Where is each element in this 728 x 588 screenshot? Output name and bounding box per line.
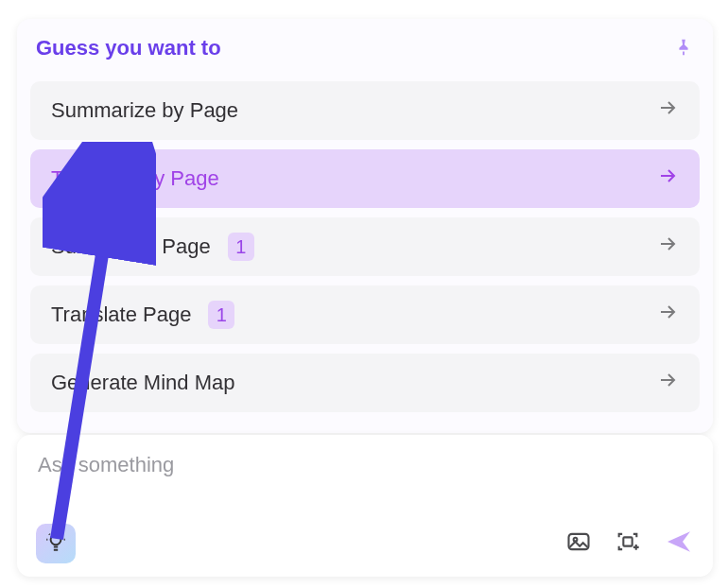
lightbulb-icon [43, 529, 68, 558]
arrow-right-icon [656, 233, 679, 261]
arrow-right-icon [656, 301, 679, 329]
svg-rect-1 [569, 534, 589, 549]
screenshot-icon[interactable] [615, 528, 641, 559]
page-badge: 1 [228, 233, 254, 261]
suggestion-panel: Guess you want to Summarize by Page Tran… [17, 19, 713, 433]
suggestion-translate-page[interactable]: Translate Page 1 [30, 285, 700, 344]
pin-icon[interactable] [673, 36, 694, 61]
suggestion-label: Translate Page [51, 303, 191, 327]
ask-input[interactable] [36, 452, 694, 478]
arrow-right-icon [656, 369, 679, 397]
suggestion-generate-mind-map[interactable]: Generate Mind Map [30, 354, 700, 412]
image-icon[interactable] [565, 528, 592, 559]
arrow-right-icon [656, 164, 679, 193]
panel-header: Guess you want to [30, 32, 700, 72]
suggestion-summarize-page[interactable]: Summarize Page 1 [30, 217, 700, 276]
suggestion-label: Generate Mind Map [51, 371, 234, 395]
suggestion-label: Summarize Page [51, 234, 211, 259]
panel-title: Guess you want to [36, 36, 221, 61]
suggestion-label: Summarize by Page [51, 98, 238, 123]
arrow-right-icon [656, 96, 679, 125]
input-toolbar [36, 524, 694, 563]
ideas-button[interactable] [36, 524, 76, 563]
svg-rect-3 [623, 537, 632, 545]
page-badge: 1 [208, 301, 234, 329]
svg-point-0 [51, 534, 61, 545]
send-button[interactable] [664, 527, 694, 561]
chat-input-panel [17, 435, 713, 577]
suggestion-label: Translate by Page [51, 166, 219, 191]
suggestion-translate-by-page[interactable]: Translate by Page [30, 149, 700, 208]
suggestion-summarize-by-page[interactable]: Summarize by Page [30, 81, 700, 140]
